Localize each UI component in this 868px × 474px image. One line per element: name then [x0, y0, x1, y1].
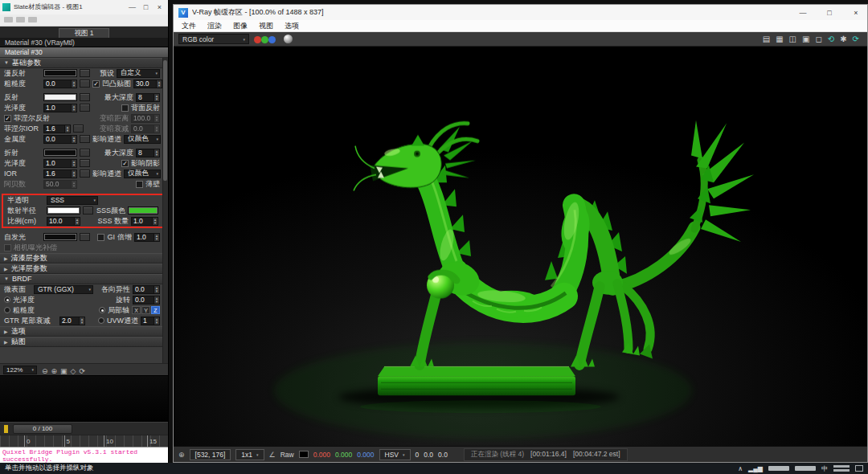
checkbox[interactable]: 薄壁 [136, 179, 160, 190]
value-spinner[interactable]: 1.0▴▾ [134, 233, 160, 242]
value-spinner[interactable]: 8▴▾ [136, 149, 160, 157]
value-spinner[interactable]: 10.0▴▾ [47, 217, 80, 226]
color-swatch[interactable] [128, 206, 158, 215]
value-spinner[interactable]: 2.0▴▾ [59, 317, 85, 325]
render-last-icon[interactable]: ⟳ [853, 35, 859, 43]
dropdown[interactable]: 仅颜色▾ [124, 170, 161, 178]
maxscript-mini-listener[interactable]: Quixel Bridge Plugin v5.3.1 started succ… [0, 447, 168, 464]
spinner-arrows[interactable]: ▴▾ [79, 317, 84, 325]
value-spinner[interactable]: 0.0▴▾ [43, 135, 77, 144]
rollout-header[interactable]: ▼基础参数 [0, 58, 168, 68]
dropdown[interactable]: SSS▾ [47, 196, 98, 205]
value-spinner[interactable]: 0.0▴▾ [131, 125, 160, 133]
dropdown[interactable]: GTR (GGX)▾ [34, 285, 93, 294]
tab-view-1[interactable]: 视图 1 [59, 28, 108, 38]
compare-images-icon[interactable]: ◫ [789, 35, 796, 43]
spinner-arrows[interactable]: ▴▾ [154, 296, 159, 304]
checkbox[interactable]: 背面反射 [121, 103, 160, 113]
zoom-out-icon[interactable]: ⊖ [40, 367, 50, 375]
map-slot-button[interactable] [83, 206, 93, 215]
ime-indicator[interactable]: 中 [821, 464, 828, 473]
color-swatch[interactable] [43, 69, 77, 77]
value-spinner[interactable]: 0.0▴▾ [43, 80, 77, 88]
map-slot-button[interactable] [80, 170, 90, 178]
value-spinner[interactable]: 100.0▴▾ [131, 114, 160, 123]
material-editor-titlebar[interactable]: Slate材质编辑器 - 视图1 — □ × [0, 0, 168, 14]
channel-select-dropdown[interactable]: RGB color ▾ [178, 34, 249, 44]
checkbox[interactable]: ✓菲涅尔反射 [4, 113, 50, 124]
radio-button[interactable]: 光泽度 [4, 295, 35, 305]
color-swatch[interactable] [43, 93, 77, 101]
spinner-arrows[interactable]: ▴▾ [64, 125, 70, 133]
red-channel-toggle[interactable] [254, 36, 261, 43]
blue-channel-toggle[interactable] [268, 36, 276, 43]
value-spinner[interactable]: 1.0▴▾ [43, 159, 77, 168]
display-sphere-icon[interactable] [284, 35, 293, 43]
toolbar-item-blob[interactable] [4, 17, 13, 22]
tray-text-blob[interactable] [795, 466, 816, 471]
axis-x-button[interactable]: X [132, 306, 141, 314]
map-slot-button[interactable] [80, 233, 90, 241]
scrollbar-thumb[interactable] [163, 60, 167, 181]
value-spinner[interactable]: 8▴▾ [136, 93, 160, 102]
axis-y-button[interactable]: Y [141, 306, 150, 314]
follow-mouse-icon[interactable]: ◻ [816, 35, 822, 43]
checkbox[interactable]: GI [97, 233, 115, 241]
toolbar-item-blob[interactable] [28, 17, 37, 22]
update-render-icon[interactable]: ⟲ [828, 35, 834, 43]
map-slot-button[interactable] [80, 69, 90, 77]
spinner-arrows[interactable]: ▴▾ [71, 181, 76, 188]
rollout-header[interactable]: ▶光泽层参数 [0, 264, 168, 274]
time-slider-track[interactable]: 0 / 100 [0, 422, 168, 435]
value-spinner[interactable]: 50.0▴▾ [43, 180, 77, 189]
node-view-empty-area[interactable] [0, 375, 168, 422]
value-spinner[interactable]: 1.6▴▾ [43, 170, 77, 178]
map-slot-button[interactable] [80, 159, 90, 167]
spinner-arrows[interactable]: ▴▾ [152, 218, 158, 225]
pixel-kernel-dropdown[interactable]: 1x1 ▾ [235, 449, 264, 460]
spinner-arrows[interactable]: ▴▾ [154, 125, 159, 133]
spinner-arrows[interactable]: ▴▾ [154, 286, 159, 293]
dropdown[interactable]: 自定义▾ [117, 69, 160, 78]
tray-text-blob[interactable] [768, 466, 789, 471]
save-all-channels-icon[interactable]: ▦ [776, 35, 783, 43]
menu-file[interactable]: 文件 [182, 21, 196, 31]
checkbox[interactable]: ✓影响阴影 [121, 158, 160, 169]
rollout-header[interactable]: ▶选项 [0, 326, 168, 337]
spinner-arrows[interactable]: ▴▾ [71, 160, 76, 167]
close-icon[interactable]: × [845, 6, 867, 20]
zoom-level-dropdown[interactable]: 122% ▾ [3, 366, 37, 374]
spinner-arrows[interactable]: ▴▾ [71, 104, 76, 112]
time-slider-handle[interactable]: 0 / 100 [13, 424, 72, 434]
color-swatch[interactable] [47, 206, 80, 215]
spinner-arrows[interactable]: ▴▾ [71, 170, 76, 178]
radio-button[interactable]: 粗糙度 [4, 305, 35, 316]
radio-button[interactable]: 局部轴 [99, 305, 129, 316]
toolbar-item-blob[interactable] [16, 17, 25, 22]
zoom-in-icon[interactable]: ⊕ [50, 367, 59, 375]
spinner-arrows[interactable]: ▴▾ [154, 115, 159, 122]
spinner-arrows[interactable]: ▴▾ [156, 80, 162, 88]
spinner-arrows[interactable]: ▴▾ [71, 136, 76, 143]
rollout-header[interactable]: ▼BRDF [0, 274, 168, 284]
params-scrollbar[interactable] [162, 58, 168, 364]
network-signal-icon[interactable]: ▂▄▆ [748, 465, 763, 472]
spinner-arrows[interactable]: ▴▾ [154, 317, 159, 325]
spinner-arrows[interactable]: ▴▾ [154, 149, 159, 157]
checkbox[interactable]: ✓凹凸贴图 [92, 79, 131, 89]
maximize-icon[interactable]: □ [818, 6, 841, 20]
value-spinner[interactable]: 30.0▴▾ [133, 80, 162, 88]
vfb-titlebar[interactable]: V V-Ray 帧缓存区 - [100.0% of 1488 x 837] — … [174, 5, 867, 20]
zoom-extents-icon[interactable]: ▣ [59, 367, 69, 375]
rollout-header[interactable]: ▶贴图 [0, 337, 168, 347]
menu-options[interactable]: 选项 [285, 21, 299, 31]
notification-center-icon[interactable] [855, 465, 863, 472]
spinner-arrows[interactable]: ▴▾ [71, 80, 76, 88]
spinner-arrows[interactable]: ▴▾ [74, 218, 80, 225]
tray-expand-icon[interactable]: ∧ [738, 465, 743, 472]
menu-render[interactable]: 渲染 [207, 21, 222, 31]
value-spinner[interactable]: 0.0▴▾ [133, 296, 160, 304]
spinner-arrows[interactable]: ▴▾ [154, 94, 159, 101]
clock-area[interactable] [833, 465, 850, 472]
map-slot-button[interactable] [73, 125, 84, 133]
